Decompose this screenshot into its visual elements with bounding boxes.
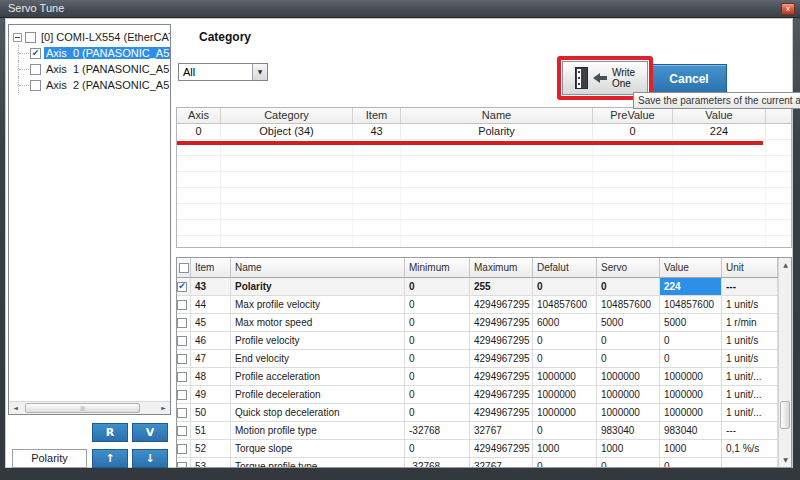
param-cell[interactable]: 1000000 [597,404,660,422]
parameter-table-scrollbar[interactable]: ▲ ▼ [778,258,791,467]
hscroll-thumb[interactable]: ||| [25,403,140,413]
param-cell[interactable]: 0 [533,332,597,350]
param-cell[interactable]: End velocity [231,350,405,368]
param-cell[interactable]: 0 [405,332,470,350]
scroll-down-icon[interactable]: ▼ [779,453,792,467]
param-cell[interactable]: Profile acceleration [231,368,405,386]
param-cell[interactable]: 0 [405,386,470,404]
param-cell[interactable]: 43 [191,278,231,296]
summary-cell[interactable]: Polarity [401,124,593,140]
param-cell[interactable]: 0 [405,296,470,314]
param-cell[interactable]: 224 [660,278,722,296]
axis-checkbox-2[interactable] [30,80,41,91]
param-cell[interactable]: Torque slope [231,440,405,458]
scroll-up-icon[interactable]: ▲ [779,258,792,272]
param-cell[interactable]: 1 unit/... [722,404,778,422]
param-row-43[interactable]: ✔43Polarity025500224--- [177,278,791,296]
param-cell[interactable]: --- [722,278,778,296]
param-row-53[interactable]: 53Torque profile type-3276832767000--- [177,458,791,468]
axis-label-2[interactable]: Axis 2 (PANASONIC_A5 [44,79,171,91]
param-cell[interactable]: 32767 [470,458,533,468]
param-cell[interactable]: Polarity [231,278,405,296]
param-row-48[interactable]: 48Profile acceleration042949672951000000… [177,368,791,386]
param-cell[interactable]: --- [722,422,778,440]
row-checkbox-50[interactable] [177,408,187,418]
param-cell[interactable]: Profile velocity [231,332,405,350]
param-row-49[interactable]: 49Profile deceleration042949672951000000… [177,386,791,404]
vscroll-thumb[interactable] [780,401,790,429]
summary-cell[interactable]: 0 [177,124,221,140]
row-checkbox-51[interactable] [177,426,187,436]
param-cell[interactable]: 1000000 [533,404,597,422]
row-checkbox-53[interactable] [177,462,187,469]
param-row-47[interactable]: 47End velocity042949672950001 unit/s [177,350,791,368]
summary-cell[interactable]: 0 [593,124,673,140]
down-button[interactable]: ↓ [132,449,168,468]
param-col-unit[interactable]: Unit [722,258,778,277]
param-cell[interactable]: --- [722,458,778,468]
param-cell[interactable]: 1000000 [533,386,597,404]
param-cell[interactable]: 4294967295 [470,332,533,350]
param-cell[interactable]: 0 [533,458,597,468]
param-cell[interactable]: 5000 [660,314,722,332]
row-checkbox-48[interactable] [177,372,187,382]
param-cell[interactable]: 0 [405,368,470,386]
up-button[interactable]: ↑ [92,449,128,468]
param-cell[interactable]: 0 [597,278,660,296]
param-cell[interactable]: Max profile velocity [231,296,405,314]
header-checkbox[interactable] [179,263,189,273]
param-cell[interactable]: 0 [533,422,597,440]
param-cell[interactable]: 1000000 [660,368,722,386]
summary-col-value[interactable]: Value [673,108,766,123]
row-checkbox-cell[interactable] [177,458,191,468]
param-row-44[interactable]: 44Max profile velocity042949672951048576… [177,296,791,314]
tree-root-row[interactable]: [0] COMI-LX554 (EtherCAT [13,29,170,45]
param-cell[interactable]: 52 [191,440,231,458]
param-cell[interactable]: 46 [191,332,231,350]
header-checkbox-cell[interactable] [177,258,191,277]
param-cell[interactable]: 1000 [660,440,722,458]
param-cell[interactable]: 49 [191,386,231,404]
tree-axis-row-1[interactable]: Axis 1 (PANASONIC_A5 [9,61,170,77]
param-cell[interactable]: 0 [597,458,660,468]
row-checkbox-cell[interactable] [177,296,191,314]
param-col-item[interactable]: Item [191,258,231,277]
param-cell[interactable]: 104857600 [533,296,597,314]
param-cell[interactable]: 47 [191,350,231,368]
param-col-name[interactable]: Name [231,258,405,277]
summary-col-category[interactable]: Category [221,108,353,123]
param-row-45[interactable]: 45Max motor speed04294967295600050005000… [177,314,791,332]
param-cell[interactable]: 0 [660,350,722,368]
param-col-minimum[interactable]: Minimum [405,258,470,277]
param-cell[interactable]: 4294967295 [470,314,533,332]
summary-row[interactable]: 0Object (34)43Polarity0224 [177,124,791,140]
param-cell[interactable]: 1 unit/s [722,350,778,368]
param-col-maximum[interactable]: Maximum [470,258,533,277]
hscroll-track[interactable]: ||| [22,402,170,415]
param-cell[interactable]: 1000000 [597,368,660,386]
close-button[interactable]: x [781,3,795,15]
param-row-50[interactable]: 50Quick stop deceleration042949672951000… [177,404,791,422]
param-cell[interactable]: 32767 [470,422,533,440]
tree-horizontal-scrollbar[interactable]: ◄ ||| ► [9,401,170,414]
param-cell[interactable]: 1 unit/s [722,332,778,350]
param-cell[interactable]: Motion profile type [231,422,405,440]
row-checkbox-52[interactable] [177,444,187,454]
summary-col-axis[interactable]: Axis [177,108,221,123]
axis-checkbox-1[interactable] [30,64,41,75]
param-cell[interactable]: Profile deceleration [231,386,405,404]
param-cell[interactable]: 255 [470,278,533,296]
row-checkbox-44[interactable] [177,300,187,310]
param-cell[interactable]: 4294967295 [470,386,533,404]
row-checkbox-cell[interactable] [177,350,191,368]
write-one-button[interactable]: Write One [562,61,648,95]
param-cell[interactable]: 0 [405,404,470,422]
tree-root-label[interactable]: [0] COMI-LX554 (EtherCAT [39,31,171,43]
cancel-button[interactable]: Cancel [651,64,727,95]
param-col-defalut[interactable]: Defalut [533,258,597,277]
param-cell[interactable]: Quick stop deceleration [231,404,405,422]
scroll-right-icon[interactable]: ► [157,402,170,414]
param-row-52[interactable]: 52Torque slope042949672951000100010000,1… [177,440,791,458]
row-checkbox-49[interactable] [177,390,187,400]
param-cell[interactable]: 0 [660,458,722,468]
